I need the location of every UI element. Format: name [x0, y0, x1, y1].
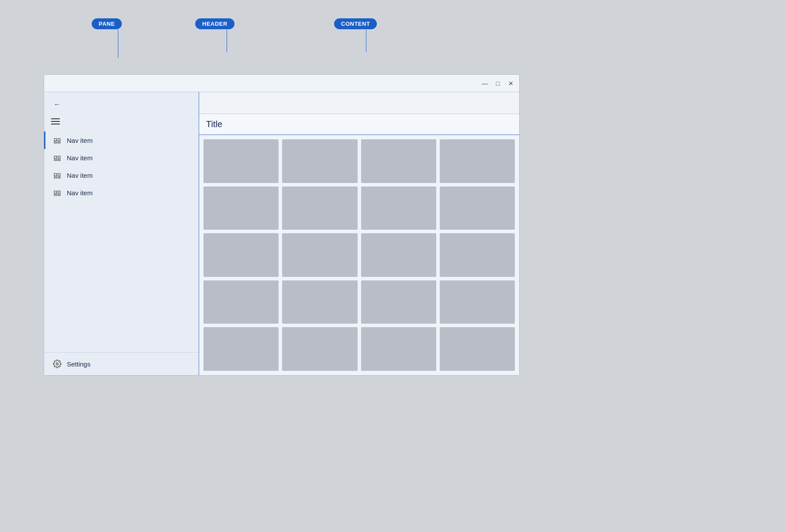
grid-cell-0-0[interactable]	[203, 139, 279, 183]
settings-icon	[53, 359, 62, 368]
nav-item-2[interactable]: Nav item	[44, 149, 199, 166]
main-window: — □ ✕ ←	[44, 74, 520, 376]
nav-item-3-label: Nav item	[67, 172, 93, 179]
content-annotation-line	[366, 30, 366, 52]
grid-cell-2-0[interactable]	[203, 233, 279, 277]
pane-annotation-label: PANE	[92, 18, 122, 29]
header-bar	[199, 92, 519, 114]
nav-item-3[interactable]: Nav item	[44, 166, 199, 184]
nav-item-1[interactable]: Nav item	[44, 131, 199, 149]
grid-cell-2-3[interactable]	[440, 233, 515, 277]
window-frame: — □ ✕ ←	[44, 74, 520, 376]
minimize-button[interactable]: —	[482, 80, 488, 86]
settings-label: Settings	[67, 360, 90, 368]
grid-cell-2-1[interactable]	[282, 233, 357, 277]
nav-item-2-icon	[53, 153, 62, 162]
navigation-pane: ← Na	[44, 92, 199, 375]
grid-cell-0-1[interactable]	[282, 139, 357, 183]
grid-cell-1-0[interactable]	[203, 187, 279, 230]
grid-cell-3-2[interactable]	[361, 280, 436, 324]
header-annotation-label: HEADER	[195, 18, 234, 29]
grid-cell-3-0[interactable]	[203, 280, 279, 324]
grid-cell-0-3[interactable]	[440, 139, 515, 183]
title-bar: — □ ✕	[44, 75, 519, 92]
content-grid-area	[199, 135, 519, 375]
content-annotation-label: CONTENT	[334, 18, 377, 29]
nav-item-4-icon	[53, 188, 62, 197]
close-button[interactable]: ✕	[508, 80, 514, 86]
nav-items-list: Nav item Nav item	[44, 128, 199, 352]
nav-item-2-label: Nav item	[67, 154, 93, 162]
grid-cell-3-3[interactable]	[440, 280, 515, 324]
svg-point-0	[56, 363, 59, 365]
back-button[interactable]: ←	[51, 98, 63, 111]
grid-cell-4-2[interactable]	[361, 327, 436, 371]
nav-item-4[interactable]: Nav item	[44, 184, 199, 201]
hamburger-line-3	[51, 124, 60, 124]
window-controls: — □ ✕	[482, 80, 514, 86]
nav-item-3-icon	[53, 171, 62, 180]
grid-cell-3-1[interactable]	[282, 280, 357, 324]
grid-cell-1-1[interactable]	[282, 187, 357, 230]
nav-item-4-label: Nav item	[67, 189, 93, 197]
pane-annotation-line	[118, 30, 118, 58]
content-area: Title	[199, 92, 519, 375]
header-annotation-line	[227, 30, 227, 52]
grid-cell-4-1[interactable]	[282, 327, 357, 371]
grid-cell-0-2[interactable]	[361, 139, 436, 183]
page-title: Title	[206, 119, 222, 129]
hamburger-line-2	[51, 121, 60, 122]
hamburger-line-1	[51, 118, 60, 119]
hamburger-menu-button[interactable]	[44, 115, 199, 128]
grid-cell-1-3[interactable]	[440, 187, 515, 230]
grid-cell-4-0[interactable]	[203, 327, 279, 371]
maximize-button[interactable]: □	[495, 80, 501, 86]
nav-item-1-icon	[53, 136, 62, 145]
grid-cell-2-2[interactable]	[361, 233, 436, 277]
nav-item-1-label: Nav item	[67, 137, 93, 144]
pane-top: ←	[44, 92, 199, 115]
settings-item[interactable]: Settings	[53, 359, 190, 368]
main-layout: ← Na	[44, 92, 519, 375]
page-content: Title	[199, 114, 519, 375]
pane-footer: Settings	[44, 352, 199, 375]
grid-cell-4-3[interactable]	[440, 327, 515, 371]
grid-cell-1-2[interactable]	[361, 187, 436, 230]
content-grid	[200, 136, 518, 374]
page-title-bar: Title	[199, 114, 519, 135]
